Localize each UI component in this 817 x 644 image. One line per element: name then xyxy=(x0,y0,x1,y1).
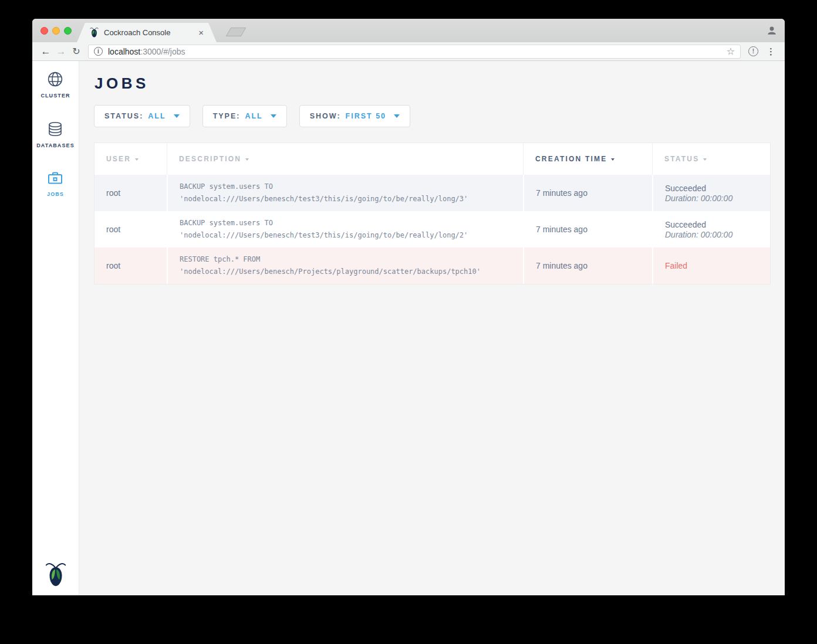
close-window-button[interactable] xyxy=(40,27,48,35)
globe-icon xyxy=(47,71,63,87)
chevron-down-icon xyxy=(394,114,400,118)
browser-window: Cockroach Console × ← → ↻ i localhost:30… xyxy=(32,19,785,595)
page-title: JOBS xyxy=(94,74,769,93)
filter-value: ALL xyxy=(148,112,166,120)
job-description: RESTORE tpch.* FROM 'nodelocal:///Users/… xyxy=(167,248,523,284)
table-header-row: USER DESCRIPTION CREATION TIME STATUS xyxy=(94,143,770,175)
sort-arrow-icon xyxy=(135,158,139,161)
window-controls xyxy=(40,27,72,35)
chrome-menu-icon[interactable]: ⋮ xyxy=(763,46,779,57)
reload-icon[interactable]: ↻ xyxy=(69,47,84,56)
job-user: root xyxy=(94,211,167,248)
browser-toolbar: ← → ↻ i localhost:3000/#/jobs ☆ ! ⋮ xyxy=(32,42,785,61)
table-row[interactable]: root RESTORE tpch.* FROM 'nodelocal:///U… xyxy=(94,248,770,284)
job-user: root xyxy=(94,248,167,284)
column-header-creation-time[interactable]: CREATION TIME xyxy=(523,143,652,175)
column-header-description[interactable]: DESCRIPTION xyxy=(167,143,523,175)
jobs-page: JOBS STATUS: ALL TYPE: ALL SHOW: FIRS xyxy=(79,61,785,595)
filter-label: STATUS: xyxy=(104,112,143,120)
duration-label: Duration: 00:00:00 xyxy=(665,194,770,203)
table-row[interactable]: root BACKUP system.users TO 'nodelocal:/… xyxy=(94,175,770,211)
bookmark-star-icon[interactable]: ☆ xyxy=(727,47,735,56)
description-line: BACKUP system.users TO xyxy=(180,181,523,193)
job-description: BACKUP system.users TO 'nodelocal:///Use… xyxy=(167,175,523,211)
filter-value: FIRST 50 xyxy=(346,112,387,120)
filter-label: TYPE: xyxy=(213,112,241,120)
column-label: CREATION TIME xyxy=(535,155,607,163)
table-row[interactable]: root BACKUP system.users TO 'nodelocal:/… xyxy=(94,211,770,248)
url-text[interactable]: localhost:3000/#/jobs xyxy=(108,47,185,56)
duration-label: Duration: 00:00:00 xyxy=(665,230,770,239)
page-info-icon[interactable]: i xyxy=(94,47,103,56)
forward-icon[interactable]: → xyxy=(53,46,69,56)
column-header-user[interactable]: USER xyxy=(94,143,167,175)
sort-arrow-icon xyxy=(703,158,707,161)
chevron-down-icon xyxy=(174,114,180,118)
job-status: Succeeded Duration: 00:00:00 xyxy=(652,211,770,248)
status-filter-dropdown[interactable]: STATUS: ALL xyxy=(94,105,190,127)
filter-bar: STATUS: ALL TYPE: ALL SHOW: FIRST 50 xyxy=(94,105,769,127)
job-description: BACKUP system.users TO 'nodelocal:///Use… xyxy=(167,211,523,248)
zoom-window-button[interactable] xyxy=(64,27,72,35)
column-header-status[interactable]: STATUS xyxy=(652,143,770,175)
sidebar-item-jobs[interactable]: JOBS xyxy=(47,171,64,197)
job-status: Succeeded Duration: 00:00:00 xyxy=(652,175,770,211)
minimize-window-button[interactable] xyxy=(52,27,60,35)
tab-strip: Cockroach Console × xyxy=(32,19,785,42)
sidebar: CLUSTER DATABASES xyxy=(32,61,79,595)
job-status: Failed xyxy=(652,248,770,284)
cockroach-favicon-icon xyxy=(90,27,99,38)
sidebar-item-label: DATABASES xyxy=(36,143,75,148)
status-label: Failed xyxy=(665,261,770,270)
browser-tab[interactable]: Cockroach Console × xyxy=(77,23,217,42)
description-line: BACKUP system.users TO xyxy=(180,217,523,229)
type-filter-dropdown[interactable]: TYPE: ALL xyxy=(202,105,287,127)
extension-icon[interactable]: ! xyxy=(748,46,758,56)
column-label: STATUS xyxy=(664,155,699,163)
job-creation-time: 7 minutes ago xyxy=(523,175,652,211)
filter-label: SHOW: xyxy=(310,112,341,120)
description-line: 'nodelocal:///Users/benesch/test3/this/i… xyxy=(180,193,523,205)
sidebar-item-label: JOBS xyxy=(47,191,64,197)
app-content: CLUSTER DATABASES xyxy=(32,61,785,595)
status-label: Succeeded xyxy=(665,220,770,229)
description-line: RESTORE tpch.* FROM xyxy=(180,253,523,266)
url-host: localhost xyxy=(108,47,140,56)
sidebar-item-cluster[interactable]: CLUSTER xyxy=(40,71,70,99)
sort-arrow-icon xyxy=(245,158,249,161)
job-creation-time: 7 minutes ago xyxy=(523,211,652,248)
filter-value: ALL xyxy=(245,112,262,120)
desktop-background: Cockroach Console × ← → ↻ i localhost:30… xyxy=(0,0,817,644)
sidebar-item-label: CLUSTER xyxy=(40,93,70,99)
job-creation-time: 7 minutes ago xyxy=(523,248,652,284)
new-tab-button[interactable] xyxy=(226,28,247,36)
database-icon xyxy=(47,121,63,137)
cockroach-logo-icon xyxy=(45,561,66,588)
show-filter-dropdown[interactable]: SHOW: FIRST 50 xyxy=(299,105,410,127)
chevron-down-icon xyxy=(271,114,276,118)
jobs-table: USER DESCRIPTION CREATION TIME STATUS ro… xyxy=(94,143,771,284)
back-icon[interactable]: ← xyxy=(38,46,53,56)
sidebar-item-databases[interactable]: DATABASES xyxy=(36,121,75,148)
description-line: 'nodelocal:///Users/benesch/Projects/pla… xyxy=(180,266,523,278)
tab-title: Cockroach Console xyxy=(104,28,198,37)
tab-close-icon[interactable]: × xyxy=(198,28,204,37)
briefcase-icon xyxy=(47,171,63,186)
description-line: 'nodelocal:///Users/benesch/test3/this/i… xyxy=(180,229,523,242)
url-path: :3000/#/jobs xyxy=(140,47,185,56)
profile-icon[interactable] xyxy=(767,25,777,36)
job-user: root xyxy=(94,175,167,211)
column-label: DESCRIPTION xyxy=(179,155,241,163)
address-bar[interactable]: i localhost:3000/#/jobs ☆ xyxy=(88,45,741,59)
sort-arrow-icon xyxy=(611,158,615,161)
status-label: Succeeded xyxy=(665,184,770,193)
column-label: USER xyxy=(106,155,131,163)
